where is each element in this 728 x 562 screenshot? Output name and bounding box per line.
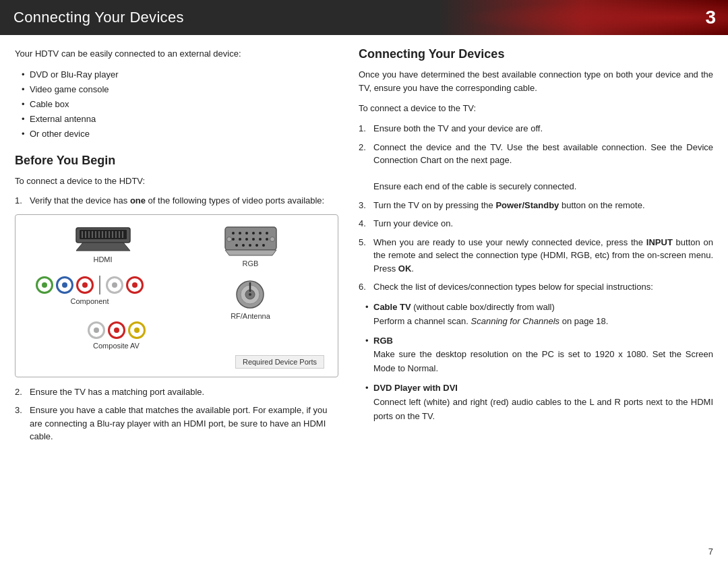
- device-item: Or other device: [22, 127, 338, 142]
- required-label-wrap: Required Device Ports: [29, 355, 324, 369]
- right-intro2: To connect a device to the TV:: [359, 102, 713, 115]
- step-1: Verify that the device has one of the fo…: [15, 194, 338, 208]
- right-step-6: When you are ready to use your newly con…: [359, 236, 713, 276]
- page-footer: 7: [708, 547, 713, 557]
- right-steps-list: Ensure both the TV and your device are o…: [359, 122, 713, 294]
- svg-point-21: [266, 232, 268, 235]
- device-item: DVD or Blu-Ray player: [22, 67, 338, 82]
- dvd-dvi-bold: DVD Player with DVI: [373, 383, 458, 393]
- svg-point-32: [262, 244, 265, 247]
- rf-icon: [235, 280, 265, 309]
- divider: [99, 276, 100, 294]
- bullet-cable-tv: Cable TV (without cable box/directly fro…: [365, 301, 713, 329]
- right-ports: RGB RF/Antenna: [177, 226, 324, 350]
- hdmi-icon: [73, 226, 133, 253]
- input-bold: INPUT: [646, 237, 673, 247]
- svg-point-34: [270, 237, 274, 241]
- svg-point-25: [252, 238, 255, 241]
- left-steps-bottom: Ensure the TV has a matching port availa…: [15, 385, 338, 443]
- right-bullets-list: Cable TV (without cable box/directly fro…: [359, 301, 713, 423]
- svg-point-30: [249, 244, 251, 247]
- rf-port-item: RF/Antenna: [231, 280, 270, 320]
- svg-point-38: [249, 293, 251, 296]
- svg-point-17: [239, 232, 241, 235]
- rca-blue: [56, 276, 73, 294]
- right-column: Connecting Your Devices Once you have de…: [359, 47, 713, 536]
- right-intro1: Once you have determined the best availa…: [359, 68, 713, 95]
- rca-red2: [126, 276, 144, 294]
- component-label: Component: [71, 297, 109, 305]
- svg-point-27: [266, 238, 268, 241]
- page-number: 7: [708, 547, 713, 557]
- step-3: Ensure you have a cable that matches the…: [15, 404, 338, 443]
- rca-red: [76, 276, 94, 294]
- right-step-7: Check the list of devices/connection typ…: [359, 280, 713, 294]
- rgb-label: RGB: [243, 259, 259, 268]
- right-step-2: Connect the device and the TV. Use the b…: [359, 141, 713, 193]
- page-header: Connecting Your Devices 3: [0, 0, 728, 35]
- main-content: Your HDTV can be easily connected to an …: [0, 35, 728, 543]
- composite-label: Composite AV: [93, 342, 140, 350]
- svg-point-33: [226, 237, 231, 241]
- before-begin-title: Before You Begin: [15, 154, 338, 168]
- chapter-number: 3: [705, 7, 716, 28]
- component-port-item: Component: [29, 273, 177, 305]
- svg-point-29: [242, 244, 245, 247]
- step1-bold: one: [130, 195, 146, 206]
- right-step-4: Turn the TV on by pressing the Power/Sta…: [359, 199, 713, 212]
- bullet-dvd-dvi: DVD Player with DVI Connect left (white)…: [365, 381, 713, 423]
- svg-point-28: [235, 244, 238, 247]
- device-item: External antenna: [22, 112, 338, 127]
- scanning-italic: Scanning for Channels: [471, 316, 560, 326]
- composite-rca-white: [88, 321, 105, 339]
- composite-rca-yellow: [128, 321, 146, 339]
- svg-point-16: [232, 232, 235, 235]
- hdmi-port-item: HDMI: [29, 226, 177, 263]
- left-ports: HDMI Co: [29, 226, 177, 350]
- composite-rca-red: [108, 321, 125, 339]
- right-section-title: Connecting Your Devices: [359, 47, 713, 61]
- power-standby-bold: Power/Standby: [495, 200, 559, 210]
- svg-point-31: [255, 244, 258, 247]
- device-item: Cable box: [22, 97, 338, 112]
- required-device-ports-label: Required Device Ports: [235, 355, 324, 369]
- bottom-steps: Ensure the TV has a matching port availa…: [15, 385, 338, 443]
- hdmi-label: HDMI: [93, 255, 112, 263]
- rf-label: RF/Antenna: [231, 312, 270, 320]
- cable-tv-bold: Cable TV: [373, 302, 411, 312]
- ok-bold: OK: [398, 263, 412, 274]
- bullet-rgb: RGB Make sure the desktop resolution on …: [365, 334, 713, 376]
- rca-white: [106, 276, 123, 294]
- svg-point-26: [259, 238, 262, 241]
- svg-point-24: [245, 238, 248, 241]
- device-item: Video game console: [22, 82, 338, 97]
- page-title: Connecting Your Devices: [0, 0, 198, 35]
- rgb-port-item: RGB: [224, 226, 278, 268]
- left-steps: Verify that the device has one of the fo…: [15, 194, 338, 208]
- left-column: Your HDTV can be easily connected to an …: [15, 47, 338, 536]
- rca-green: [36, 276, 53, 294]
- device-list: DVD or Blu-Ray player Video game console…: [15, 67, 338, 142]
- header-decoration: [458, 0, 728, 35]
- composite-connectors: [88, 321, 146, 339]
- intro-text: Your HDTV can be easily connected to an …: [15, 47, 338, 61]
- step-intro: To connect a device to the HDTV:: [15, 175, 338, 188]
- svg-point-20: [259, 232, 262, 235]
- svg-point-23: [239, 238, 241, 241]
- right-step-1: Ensure both the TV and your device are o…: [359, 122, 713, 135]
- rgb-icon: [224, 226, 278, 257]
- svg-point-19: [252, 232, 255, 235]
- ports-grid: HDMI Co: [29, 226, 324, 350]
- rgb-bold: RGB: [373, 336, 393, 346]
- right-step-5: Turn your device on.: [359, 217, 713, 230]
- composite-port-item: Composite AV: [29, 319, 177, 350]
- step-2: Ensure the TV has a matching port availa…: [15, 385, 338, 399]
- component-connectors: [36, 276, 144, 294]
- svg-point-22: [232, 238, 235, 241]
- svg-point-18: [245, 232, 248, 235]
- port-diagram: HDMI Co: [15, 214, 338, 377]
